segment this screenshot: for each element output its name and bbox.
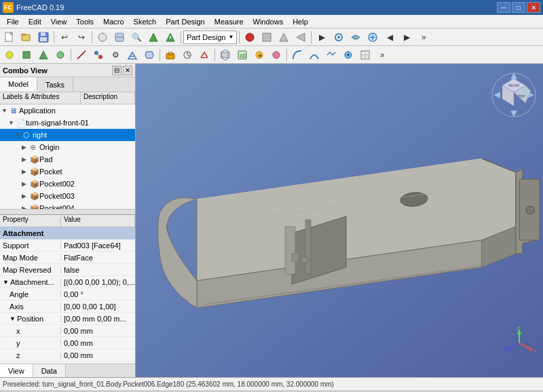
t2b12[interactable] bbox=[196, 47, 212, 62]
undo-button[interactable]: ↩ bbox=[56, 30, 73, 45]
prop-row-x[interactable]: x 0,00 mm bbox=[0, 325, 135, 337]
close-panel-button[interactable]: ✕ bbox=[123, 66, 132, 75]
maximize-button[interactable]: □ bbox=[512, 2, 525, 13]
title-bar: FC FreeCAD 0.19 ─ □ ✕ bbox=[0, 0, 543, 15]
window-controls[interactable]: ─ □ ✕ bbox=[497, 2, 540, 13]
prop-key: y bbox=[0, 339, 61, 347]
prop-row-attachment[interactable]: ▼Attachment... [(0,00 0,00 1,00); 0,... bbox=[0, 276, 135, 288]
svg-rect-52 bbox=[526, 206, 534, 214]
viewport[interactable]: REAR TOP x y bbox=[136, 64, 543, 377]
open-button[interactable] bbox=[18, 30, 35, 45]
menu-edit[interactable]: Edit bbox=[24, 17, 45, 26]
tree-item-pocket004[interactable]: ▶ 📦 Pocket004 bbox=[0, 202, 135, 209]
back-button[interactable]: ◀ bbox=[381, 30, 398, 45]
prop-row-mapreversed[interactable]: Map Reversed false bbox=[0, 264, 135, 276]
t2b2[interactable] bbox=[18, 47, 35, 62]
minimize-button[interactable]: ─ bbox=[497, 2, 510, 13]
prop-row-mapmode[interactable]: Map Mode FlatFace bbox=[0, 252, 135, 264]
navigation-cube[interactable]: REAR TOP bbox=[490, 69, 538, 123]
menu-windows[interactable]: Windows bbox=[249, 17, 288, 26]
t2b4[interactable] bbox=[52, 47, 69, 62]
tb3[interactable]: 🔍 bbox=[128, 30, 145, 45]
menu-view[interactable]: View bbox=[47, 17, 71, 26]
menu-macro[interactable]: Macro bbox=[99, 17, 128, 26]
t2b10[interactable] bbox=[162, 47, 179, 62]
tb7[interactable] bbox=[259, 30, 275, 45]
t2b20[interactable] bbox=[340, 47, 356, 62]
tb5[interactable] bbox=[162, 30, 179, 45]
tb4[interactable] bbox=[145, 30, 162, 45]
tree-scrollbar-h[interactable] bbox=[0, 209, 135, 214]
t2b14[interactable]: ab bbox=[234, 47, 250, 62]
prop-key: ▼Position bbox=[0, 315, 61, 323]
prop-row-support[interactable]: Support Pad003 [Face64] bbox=[0, 239, 135, 252]
prop-val: FlatFace bbox=[61, 254, 135, 262]
t2b19[interactable] bbox=[323, 47, 339, 62]
tree-item-origin[interactable]: ▶ ⊕ Origin bbox=[0, 141, 135, 153]
menu-bar: File Edit View Tools Macro Sketch Part D… bbox=[0, 15, 543, 28]
tree-area[interactable]: ▼ 🖥 Application ▼ 📄 turn-signal-front-01… bbox=[0, 104, 135, 209]
toggle-icon: ▼ bbox=[15, 132, 23, 138]
view-tab-view[interactable]: View bbox=[0, 364, 33, 377]
t2b15[interactable]: ★ bbox=[251, 47, 267, 62]
tree-item-application[interactable]: ▼ 🖥 Application bbox=[0, 104, 135, 117]
view-tab-data[interactable]: Data bbox=[33, 364, 66, 377]
tb6[interactable] bbox=[242, 30, 258, 45]
t2b18[interactable] bbox=[306, 47, 322, 62]
t2b6[interactable] bbox=[90, 47, 107, 62]
new-button[interactable] bbox=[1, 30, 18, 45]
svg-text:★: ★ bbox=[257, 52, 263, 59]
t2b3[interactable] bbox=[35, 47, 52, 62]
t2b11[interactable] bbox=[179, 47, 195, 62]
tb12[interactable] bbox=[348, 30, 364, 45]
tree-item-right[interactable]: ▼ ⬡ right bbox=[0, 129, 135, 141]
tb13[interactable] bbox=[364, 30, 381, 45]
t2b7[interactable]: ⚙ bbox=[107, 47, 124, 62]
menu-help[interactable]: Help bbox=[288, 17, 312, 26]
close-button[interactable]: ✕ bbox=[527, 2, 540, 13]
prop-val: [0,00 mm 0,00 m... bbox=[61, 315, 135, 323]
tb10[interactable]: ▶ bbox=[314, 30, 330, 45]
tb9[interactable] bbox=[293, 30, 309, 45]
tab-tasks[interactable]: Tasks bbox=[37, 77, 73, 92]
t2b1[interactable] bbox=[1, 47, 18, 62]
t2b13[interactable] bbox=[217, 47, 233, 62]
tb1[interactable] bbox=[94, 30, 111, 45]
tree-item-doc[interactable]: ▼ 📄 turn-signal-front-01 bbox=[0, 117, 135, 129]
workbench-dropdown[interactable]: Part Design ▼ bbox=[183, 31, 237, 44]
svg-rect-2 bbox=[22, 34, 26, 35]
redo-button[interactable]: ↪ bbox=[73, 30, 90, 45]
tree-item-pad[interactable]: ▶ 📦 Pad bbox=[0, 153, 135, 165]
more-button[interactable]: » bbox=[415, 30, 432, 45]
prop-row-axis[interactable]: Axis [0,00 0,00 1,00] bbox=[0, 300, 135, 313]
tb11[interactable] bbox=[331, 30, 347, 45]
tab-model[interactable]: Model bbox=[0, 77, 37, 92]
tb8[interactable] bbox=[276, 30, 292, 45]
prop-row-y[interactable]: y 0,00 mm bbox=[0, 337, 135, 349]
t2b16[interactable] bbox=[268, 47, 284, 62]
svg-text:REAR: REAR bbox=[508, 83, 520, 87]
prop-row-angle[interactable]: Angle 0,00 ° bbox=[0, 288, 135, 300]
float-button[interactable]: ⊟ bbox=[112, 66, 121, 75]
prop-row-position[interactable]: ▼Position [0,00 mm 0,00 m... bbox=[0, 313, 135, 325]
menu-tools[interactable]: Tools bbox=[72, 17, 98, 26]
prop-area[interactable]: Attachment Support Pad003 [Face64] Map M… bbox=[0, 227, 135, 364]
t2b17[interactable] bbox=[289, 47, 305, 62]
t2b8[interactable] bbox=[124, 47, 141, 62]
tb2[interactable] bbox=[111, 30, 128, 45]
t2b5[interactable] bbox=[73, 47, 90, 62]
menu-sketch[interactable]: Sketch bbox=[130, 17, 161, 26]
t2b22[interactable]: » bbox=[374, 47, 390, 62]
prop-row-z[interactable]: z 0,00 mm bbox=[0, 349, 135, 361]
menu-part-design[interactable]: Part Design bbox=[162, 17, 208, 26]
tree-item-pocket003[interactable]: ▶ 📦 Pocket003 bbox=[0, 190, 135, 202]
save-button[interactable] bbox=[35, 30, 52, 45]
t2b9[interactable] bbox=[141, 47, 157, 62]
tree-item-pocket[interactable]: ▶ 📦 Pocket bbox=[0, 165, 135, 178]
combo-view-controls[interactable]: ⊟ ✕ bbox=[112, 66, 132, 75]
forward-button[interactable]: ▶ bbox=[398, 30, 415, 45]
menu-file[interactable]: File bbox=[3, 17, 23, 26]
tree-item-pocket002[interactable]: ▶ 📦 Pocket002 bbox=[0, 178, 135, 190]
t2b21[interactable] bbox=[357, 47, 373, 62]
menu-measure[interactable]: Measure bbox=[210, 17, 248, 26]
